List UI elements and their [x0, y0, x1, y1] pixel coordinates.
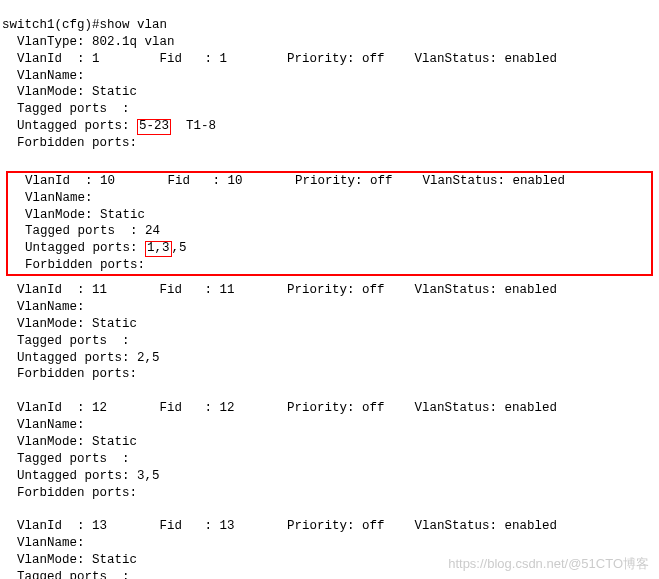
vlan-list: VlanId : 1 Fid : 1 Priority: off VlanSta… [2, 51, 657, 579]
vlan-block: VlanId : 13 Fid : 13 Priority: off VlanS… [2, 518, 657, 579]
forbidden-ports-line: Forbidden ports: [10, 257, 649, 274]
vlan-block: VlanId : 10 Fid : 10 Priority: off VlanS… [6, 171, 653, 276]
vlan-block: VlanId : 11 Fid : 11 Priority: off VlanS… [2, 282, 657, 383]
vlan-summary-line: VlanId : 11 Fid : 11 Priority: off VlanS… [2, 282, 657, 299]
vlan-mode-line: VlanMode: Static [2, 552, 657, 569]
untagged-ports-line: Untagged ports: 3,5 [2, 468, 657, 485]
vlan-name-line: VlanName: [2, 535, 657, 552]
vlan-summary-line: VlanId : 10 Fid : 10 Priority: off VlanS… [10, 173, 649, 190]
vlan-summary-line: VlanId : 1 Fid : 1 Priority: off VlanSta… [2, 51, 657, 68]
tagged-ports-line: Tagged ports : [2, 333, 657, 350]
highlight-ports: 1,3 [145, 241, 172, 257]
vlan-mode-line: VlanMode: Static [2, 316, 657, 333]
vlan-summary-line: VlanId : 12 Fid : 12 Priority: off VlanS… [2, 400, 657, 417]
highlight-ports: 5-23 [137, 119, 171, 135]
prompt-line: switch1(cfg)#show vlan [2, 18, 167, 32]
vlan-summary-line: VlanId : 13 Fid : 13 Priority: off VlanS… [2, 518, 657, 535]
forbidden-ports-line: Forbidden ports: [2, 135, 657, 152]
forbidden-ports-line: Forbidden ports: [2, 485, 657, 502]
tagged-ports-line: Tagged ports : [2, 101, 657, 118]
header-line: VlanType: 802.1q vlan [2, 35, 175, 49]
vlan-mode-line: VlanMode: Static [2, 434, 657, 451]
untagged-ports-line: Untagged ports: 1,3,5 [10, 240, 649, 257]
vlan-block: VlanId : 1 Fid : 1 Priority: off VlanSta… [2, 51, 657, 152]
vlan-mode-line: VlanMode: Static [2, 84, 657, 101]
vlan-name-line: VlanName: [10, 190, 649, 207]
tagged-ports-line: Tagged ports : [2, 569, 657, 579]
vlan-block: VlanId : 12 Fid : 12 Priority: off VlanS… [2, 400, 657, 501]
untagged-ports-line: Untagged ports: 5-23 T1-8 [2, 118, 657, 135]
untagged-ports-line: Untagged ports: 2,5 [2, 350, 657, 367]
vlan-mode-line: VlanMode: Static [10, 207, 649, 224]
vlan-name-line: VlanName: [2, 299, 657, 316]
vlan-name-line: VlanName: [2, 417, 657, 434]
forbidden-ports-line: Forbidden ports: [2, 366, 657, 383]
terminal-output: switch1(cfg)#show vlan VlanType: 802.1q … [0, 0, 659, 579]
tagged-ports-line: Tagged ports : 24 [10, 223, 649, 240]
tagged-ports-line: Tagged ports : [2, 451, 657, 468]
vlan-name-line: VlanName: [2, 68, 657, 85]
